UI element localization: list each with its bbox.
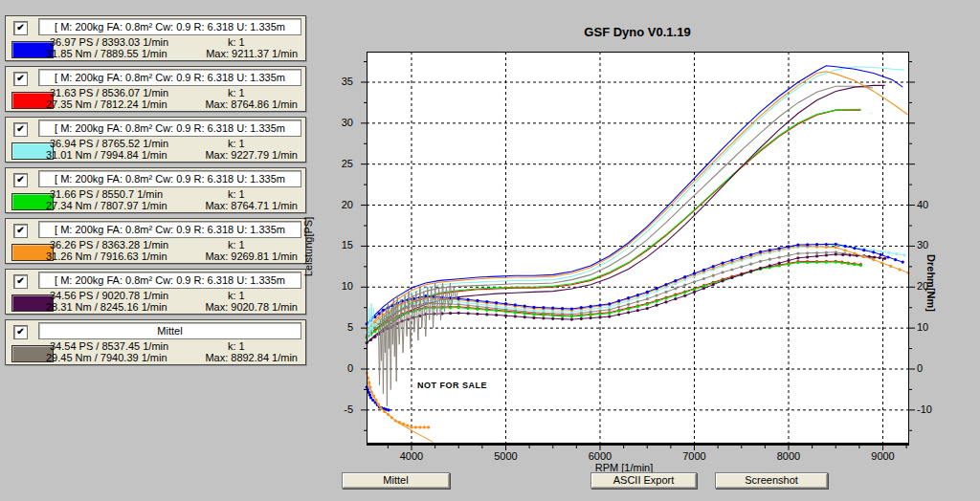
- series-torque-value: 31.01 Nm / 7994.84 1/min: [46, 149, 167, 161]
- series-visibility-checkbox[interactable]: ✔: [13, 274, 28, 289]
- series-k-value: k: 1: [228, 138, 245, 149]
- legend-panel: ✔ [ M: 200kg FA: 0.8m² Cw: 0.9 R: 6.318 …: [5, 66, 306, 112]
- x-tick-label: 5000: [479, 450, 532, 462]
- series-power-row: 36.97 PS / 8393.03 1/min k: 1: [6, 36, 307, 48]
- series-torque-row: 29.45 Nm / 7940.39 1/min Max: 8892.84 1/…: [6, 352, 307, 363]
- legend-panel: ✔ [ M: 200kg FA: 0.8m² Cw: 0.9 R: 6.318 …: [5, 167, 306, 213]
- y-left-tick-label: 35: [315, 76, 353, 87]
- series-max-rpm: Max: 9020.78 1/min: [205, 301, 298, 313]
- y-right-tick-label: 10: [917, 321, 955, 333]
- series-k-value: k: 1: [228, 340, 245, 352]
- series-power-value: 31.63 PS / 8536.07 1/min: [50, 87, 168, 98]
- legend-panel: ✔ [ M: 200kg FA: 0.8m² Cw: 0.9 R: 6.318 …: [5, 15, 306, 61]
- series-torque-value: 31.26 Nm / 7916.63 1/min: [46, 250, 167, 262]
- ascii-export-button[interactable]: ASCII Export: [590, 472, 697, 489]
- x-tick-label: 9000: [857, 450, 910, 462]
- series-max-rpm: Max: 8764.86 1/min: [205, 98, 298, 110]
- series-max-rpm: Max: 9211.37 1/min: [206, 48, 298, 59]
- not-for-sale-watermark: NOT FOR SALE: [417, 381, 487, 390]
- x-tick-label: 8000: [762, 450, 815, 462]
- series-visibility-checkbox[interactable]: ✔: [13, 122, 28, 137]
- series-torque-value: 29.45 Nm / 7940.39 1/min: [46, 352, 167, 363]
- dyno-chart-svg: [359, 52, 917, 451]
- y-left-tick-label: 0: [315, 362, 353, 374]
- series-visibility-checkbox[interactable]: ✔: [13, 224, 28, 238]
- series-power-value: 34.54 PS / 8537.45 1/min: [50, 340, 168, 352]
- series-title-input[interactable]: [ M: 200kg FA: 0.8m² Cw: 0.9 R: 6.318 U:…: [38, 69, 301, 86]
- series-visibility-checkbox[interactable]: ✔: [13, 325, 28, 339]
- series-k-value: k: 1: [228, 87, 245, 98]
- x-tick-label: 7000: [668, 450, 722, 462]
- series-torque-value: 28.31 Nm / 8245.16 1/min: [46, 301, 167, 313]
- series-power-row: 34.54 PS / 8537.45 1/min k: 1: [6, 340, 307, 352]
- series-visibility-checkbox[interactable]: ✔: [13, 72, 28, 86]
- series-title-input[interactable]: [ M: 200kg FA: 0.8m² Cw: 0.9 R: 6.318 U:…: [38, 221, 301, 238]
- legend-panel: ✔ [ M: 200kg FA: 0.8m² Cw: 0.9 R: 6.318 …: [5, 117, 306, 163]
- y-right-tick-label: 40: [917, 199, 955, 210]
- y-right-tick-label: -10: [917, 403, 955, 415]
- x-tick-label: 6000: [573, 450, 627, 462]
- y-left-tick-label: 5: [315, 321, 353, 333]
- series-visibility-checkbox[interactable]: ✔: [13, 173, 28, 187]
- series-k-value: k: 1: [228, 188, 245, 200]
- legend-panel: ✔ [ M: 200kg FA: 0.8m² Cw: 0.9 R: 6.318 …: [5, 218, 306, 264]
- y-left-tick-label: 30: [315, 117, 353, 128]
- series-k-value: k: 1: [228, 239, 245, 250]
- series-title-input[interactable]: [ M: 200kg FA: 0.8m² Cw: 0.9 R: 6.318 U:…: [38, 272, 301, 289]
- y-left-tick-label: 15: [315, 239, 353, 250]
- series-power-row: 31.63 PS / 8536.07 1/min k: 1: [6, 87, 307, 98]
- y-left-tick-label: 20: [315, 199, 353, 210]
- series-k-value: k: 1: [228, 36, 245, 48]
- series-power-value: 34.56 PS / 9020.78 1/min: [50, 290, 168, 301]
- series-power-row: 34.56 PS / 9020.78 1/min k: 1: [6, 290, 307, 301]
- x-tick-label: 4000: [385, 450, 438, 462]
- series-power-value: 36.94 PS / 8765.52 1/min: [50, 138, 168, 149]
- y-left-tick-label: 10: [315, 280, 353, 292]
- series-torque-row: 27.35 Nm / 7812.24 1/min Max: 8764.86 1/…: [6, 98, 307, 110]
- series-max-rpm: Max: 8892.84 1/min: [205, 352, 298, 363]
- series-torque-value: 27.34 Nm / 7807.97 1/min: [46, 200, 167, 211]
- series-torque-row: 31.26 Nm / 7916.63 1/min Max: 9269.81 1/…: [6, 250, 307, 262]
- series-title-input[interactable]: Mittel: [38, 322, 301, 339]
- series-max-rpm: Max: 9227.79 1/min: [205, 149, 298, 161]
- series-power-row: 31.66 PS / 8550.7 1/min k: 1: [6, 188, 307, 200]
- screenshot-button[interactable]: Screenshot: [715, 472, 828, 489]
- series-torque-row: 31.01 Nm / 7994.84 1/min Max: 9227.79 1/…: [6, 149, 307, 161]
- series-torque-value: 27.35 Nm / 7812.24 1/min: [46, 98, 167, 110]
- series-power-value: 31.66 PS / 8550.7 1/min: [50, 188, 163, 200]
- series-power-row: 36.26 PS / 8363.28 1/min k: 1: [6, 239, 307, 250]
- series-torque-value: 31.85 Nm / 7889.55 1/min: [46, 48, 167, 59]
- chart-title: GSF Dyno V0.1.19: [584, 25, 690, 39]
- series-visibility-checkbox[interactable]: ✔: [13, 21, 28, 35]
- legend-panel: ✔ Mittel 34.54 PS / 8537.45 1/min k: 1 2…: [5, 319, 306, 365]
- y-axis-label-right: Drehm[Nm]: [925, 254, 937, 312]
- series-torque-row: 31.85 Nm / 7889.55 1/min Max: 9211.37 1/…: [6, 48, 307, 59]
- y-left-tick-label: -5: [315, 403, 353, 415]
- mittel-button[interactable]: Mittel: [342, 472, 450, 489]
- series-max-rpm: Max: 9269.81 1/min: [205, 250, 298, 262]
- series-power-row: 36.94 PS / 8765.52 1/min k: 1: [6, 138, 307, 149]
- y-axis-label-left: Leistung[PS]: [302, 217, 314, 276]
- series-k-value: k: 1: [228, 290, 245, 301]
- dyno-chart: [359, 52, 917, 451]
- series-power-value: 36.26 PS / 8363.28 1/min: [50, 239, 168, 250]
- y-right-tick-label: 0: [917, 362, 955, 374]
- series-torque-row: 28.31 Nm / 8245.16 1/min Max: 9020.78 1/…: [6, 301, 307, 313]
- series-title-input[interactable]: [ M: 200kg FA: 0.8m² Cw: 0.9 R: 6.318 U:…: [38, 170, 301, 187]
- y-left-tick-label: 25: [315, 158, 353, 169]
- series-max-rpm: Max: 8764.71 1/min: [205, 200, 298, 211]
- series-torque-row: 27.34 Nm / 7807.97 1/min Max: 8764.71 1/…: [6, 200, 307, 211]
- legend-panel: ✔ [ M: 200kg FA: 0.8m² Cw: 0.9 R: 6.318 …: [5, 269, 306, 315]
- series-title-input[interactable]: [ M: 200kg FA: 0.8m² Cw: 0.9 R: 6.318 U:…: [38, 18, 301, 35]
- series-title-input[interactable]: [ M: 200kg FA: 0.8m² Cw: 0.9 R: 6.318 U:…: [38, 120, 301, 137]
- y-right-tick-label: 30: [917, 239, 955, 250]
- series-power-value: 36.97 PS / 8393.03 1/min: [50, 36, 168, 48]
